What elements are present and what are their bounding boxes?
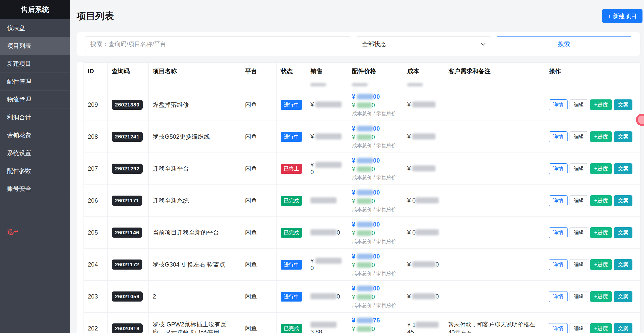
copy-button[interactable]: 文案 bbox=[614, 291, 632, 302]
cell-sale: ¥ 0 bbox=[306, 153, 348, 185]
column-header: 平台 bbox=[241, 63, 277, 80]
detail-button[interactable]: 详情 bbox=[549, 323, 568, 333]
redacted-value bbox=[357, 294, 372, 300]
copy-button[interactable]: 文案 bbox=[614, 259, 632, 270]
table-row: 20926021380焊盘掉落维修闲鱼进行中¥ ¥ 00¥ 0成本总价 / 零售… bbox=[84, 89, 641, 121]
price-cost-total: ¥ 00 bbox=[352, 284, 399, 293]
edit-button[interactable]: 编辑 bbox=[570, 323, 588, 333]
cell-actions: 详情编辑+进度文案 bbox=[545, 313, 641, 333]
edit-button[interactable]: 编辑 bbox=[570, 131, 588, 142]
cell-id: 208 bbox=[84, 121, 108, 153]
copy-button[interactable]: 文案 bbox=[614, 227, 632, 238]
cell-platform: 闲鱼 bbox=[241, 281, 277, 313]
status-badge: 进行中 bbox=[281, 292, 302, 302]
price-caption: 成本总价 / 零售总价 bbox=[352, 174, 399, 181]
cell-note bbox=[444, 185, 545, 217]
copy-button[interactable]: 文案 bbox=[614, 99, 632, 110]
detail-button[interactable]: 详情 bbox=[549, 291, 568, 302]
redacted-money: ¥ 0 bbox=[407, 229, 439, 236]
progress-button[interactable]: +进度 bbox=[590, 163, 612, 174]
cell-cost: ¥ 0 bbox=[403, 249, 444, 281]
column-header: ID bbox=[84, 63, 108, 80]
cell-actions: 详情编辑+进度文案 bbox=[545, 249, 641, 281]
edit-button[interactable]: 编辑 bbox=[570, 163, 588, 174]
sidebar-item-2[interactable]: 项目列表 bbox=[0, 37, 70, 55]
column-header: 状态 bbox=[277, 63, 306, 80]
redacted-money: ¥ 0 bbox=[352, 102, 375, 108]
cell-parts-price: ¥ 00¥ 0成本总价 / 零售总价 bbox=[348, 153, 403, 185]
redacted-value bbox=[357, 222, 373, 227]
progress-button[interactable]: +进度 bbox=[590, 131, 612, 142]
column-header: 客户需求和备注 bbox=[444, 63, 545, 80]
edit-button[interactable]: 编辑 bbox=[570, 227, 588, 238]
price-cost-total: ¥ 00 bbox=[352, 156, 399, 165]
sidebar-item-4[interactable]: 配件管理 bbox=[0, 73, 70, 91]
cell-project-name: 当前项目迁移至新的平台 bbox=[149, 217, 241, 249]
detail-button[interactable]: 详情 bbox=[549, 131, 568, 142]
redacted-value bbox=[352, 83, 368, 86]
sidebar-item-7[interactable]: 营销花费 bbox=[0, 126, 70, 144]
progress-button[interactable]: +进度 bbox=[590, 323, 612, 333]
redacted-money: ¥ 0 bbox=[310, 257, 342, 271]
price-cost-total: ¥ 00 bbox=[352, 220, 399, 229]
cell-partial bbox=[241, 80, 277, 89]
logout-link[interactable]: 退出 bbox=[0, 228, 70, 236]
copy-button[interactable]: 文案 bbox=[614, 195, 632, 206]
cell-status: 进行中 bbox=[277, 281, 306, 313]
detail-button[interactable]: 详情 bbox=[549, 163, 568, 174]
status-badge: 进行中 bbox=[281, 100, 302, 110]
table-row: 20726021292迁移至新平台闲鱼已终止¥ 0¥ 00¥ 0成本总价 / 零… bbox=[84, 153, 641, 185]
sidebar-item-1[interactable]: 仪表盘 bbox=[0, 19, 70, 37]
cell-platform: 闲鱼 bbox=[241, 89, 277, 121]
progress-button[interactable]: +进度 bbox=[590, 227, 612, 238]
edit-button[interactable]: 编辑 bbox=[570, 291, 588, 302]
cell-parts-price: ¥ 00¥ 0成本总价 / 零售总价 bbox=[348, 217, 403, 249]
cell-status: 进行中 bbox=[277, 121, 306, 153]
sidebar-item-9[interactable]: 配件参数 bbox=[0, 162, 70, 180]
sidebar-item-10[interactable]: 账号安全 bbox=[0, 180, 70, 198]
edit-button[interactable]: 编辑 bbox=[570, 99, 588, 110]
detail-button[interactable]: 详情 bbox=[549, 99, 568, 110]
copy-button[interactable]: 文案 bbox=[614, 163, 632, 174]
redacted-value bbox=[412, 101, 435, 107]
progress-button[interactable]: +进度 bbox=[590, 291, 612, 302]
sidebar-item-6[interactable]: 利润合计 bbox=[0, 108, 70, 126]
edit-button[interactable]: 编辑 bbox=[570, 195, 588, 206]
cell-note: 暂未付款，和客户聊天说明价格在40元左右。 bbox=[444, 313, 545, 333]
sidebar-item-3[interactable]: 新建项目 bbox=[0, 55, 70, 73]
progress-button[interactable]: +进度 bbox=[590, 99, 612, 110]
sidebar-item-5[interactable]: 物流管理 bbox=[0, 91, 70, 108]
copy-button[interactable]: 文案 bbox=[614, 323, 632, 333]
sidebar-item-8[interactable]: 系统设置 bbox=[0, 144, 70, 162]
redacted-value bbox=[310, 197, 337, 203]
status-select[interactable]: 全部状态 bbox=[356, 36, 491, 51]
redacted-money: ¥ bbox=[407, 165, 435, 172]
redacted-value bbox=[412, 133, 435, 139]
redacted-money: ¥ 0 bbox=[310, 162, 342, 175]
search-button[interactable]: 搜索 bbox=[496, 36, 632, 51]
sidebar-menu: 仪表盘项目列表新建项目配件管理物流管理利润合计营销花费系统设置配件参数账号安全 bbox=[0, 19, 70, 198]
cell-parts-price: ¥ 00¥ 0成本总价 / 零售总价 bbox=[348, 281, 403, 313]
detail-button[interactable]: 详情 bbox=[549, 195, 568, 206]
redacted-money: ¥ 0 bbox=[407, 293, 439, 300]
query-code-badge: 26021171 bbox=[112, 196, 142, 206]
cell-id: 202 bbox=[84, 313, 108, 333]
progress-button[interactable]: +进度 bbox=[590, 259, 612, 270]
detail-button[interactable]: 详情 bbox=[549, 259, 568, 270]
redacted-value bbox=[357, 190, 373, 195]
progress-button[interactable]: +进度 bbox=[590, 195, 612, 206]
redacted-value bbox=[310, 83, 326, 86]
cell-sale: ¥ 0 bbox=[306, 249, 348, 281]
new-project-button[interactable]: + 新建项目 bbox=[602, 9, 642, 23]
cell-sale bbox=[306, 185, 348, 217]
table-body: 20926021380焊盘掉落维修闲鱼进行中¥ ¥ 00¥ 0成本总价 / 零售… bbox=[84, 80, 641, 333]
edit-button[interactable]: 编辑 bbox=[570, 259, 588, 270]
cell-sale: 0 bbox=[306, 281, 348, 313]
redacted-money: ¥ 00 bbox=[352, 221, 380, 228]
copy-button[interactable]: 文案 bbox=[614, 131, 632, 142]
search-input[interactable] bbox=[85, 36, 351, 51]
detail-button[interactable]: 详情 bbox=[549, 227, 568, 238]
price-cost-total: ¥ 00 bbox=[352, 252, 399, 261]
cell-note bbox=[444, 153, 545, 185]
cell-code: 26021241 bbox=[108, 121, 149, 153]
